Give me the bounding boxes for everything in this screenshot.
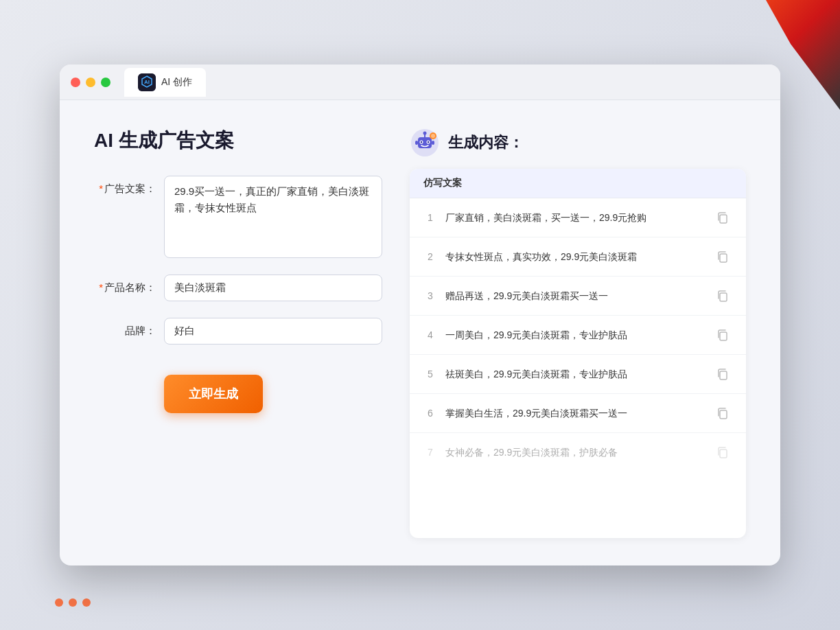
browser-window: AI AI 创作 AI 生成广告文案 *广告文案： 29.9买一送一，真正的厂家… — [60, 65, 780, 565]
brand-row: 品牌： — [94, 318, 382, 345]
svg-rect-12 — [432, 141, 434, 145]
content-area: AI 生成广告文案 *广告文案： 29.9买一送一，真正的厂家直销，美白淡斑霜，… — [60, 100, 780, 565]
result-item: 3赠品再送，29.9元美白淡斑霜买一送一 — [410, 277, 746, 316]
ad-copy-required: * — [99, 183, 103, 194]
maximize-button[interactable] — [101, 78, 110, 87]
copy-button[interactable] — [713, 364, 732, 384]
svg-rect-19 — [720, 371, 727, 380]
brand-input[interactable] — [164, 318, 382, 345]
ad-copy-input[interactable]: 29.9买一送一，真正的厂家直销，美白淡斑霜，专抹女性斑点 — [164, 176, 382, 258]
result-number: 7 — [423, 447, 437, 458]
svg-point-9 — [421, 141, 422, 143]
result-text: 专抹女性斑点，真实功效，29.9元美白淡斑霜 — [445, 250, 705, 264]
copy-button[interactable] — [713, 443, 732, 462]
deco-dot-2 — [69, 598, 77, 607]
svg-rect-17 — [720, 293, 727, 301]
svg-text:AI: AI — [144, 79, 150, 85]
copy-button[interactable] — [713, 208, 732, 227]
svg-rect-15 — [720, 215, 727, 223]
result-number: 4 — [423, 329, 437, 340]
svg-point-10 — [428, 141, 429, 143]
ad-copy-label: *广告文案： — [94, 176, 156, 196]
result-item: 4一周美白，29.9元美白淡斑霜，专业护肤品 — [410, 316, 746, 355]
svg-rect-21 — [720, 450, 727, 458]
result-number: 2 — [423, 251, 437, 262]
result-text: 女神必备，29.9元美白淡斑霜，护肤必备 — [445, 445, 705, 460]
result-header: 生成内容： — [410, 128, 746, 158]
close-button[interactable] — [71, 78, 80, 87]
result-number: 1 — [423, 212, 437, 223]
copy-button[interactable] — [713, 286, 732, 305]
results-container: 仿写文案 1厂家直销，美白淡斑霜，买一送一，29.9元抢购 2专抹女性斑点，真实… — [410, 169, 746, 538]
ad-copy-row: *广告文案： 29.9买一送一，真正的厂家直销，美白淡斑霜，专抹女性斑点 — [94, 176, 382, 258]
robot-icon — [410, 128, 440, 158]
title-bar: AI AI 创作 — [60, 65, 780, 100]
results-header-row: 仿写文案 — [410, 169, 746, 198]
result-text: 一周美白，29.9元美白淡斑霜，专业护肤品 — [445, 328, 705, 342]
result-text: 祛斑美白，29.9元美白淡斑霜，专业护肤品 — [445, 367, 705, 382]
deco-dot-3 — [82, 598, 91, 607]
result-number: 5 — [423, 369, 437, 380]
result-text: 赠品再送，29.9元美白淡斑霜买一送一 — [445, 289, 705, 303]
svg-rect-20 — [720, 410, 727, 419]
window-controls — [71, 78, 110, 87]
generate-button[interactable]: 立即生成 — [164, 375, 263, 413]
svg-rect-16 — [720, 254, 727, 262]
svg-point-6 — [423, 132, 427, 135]
page-title: AI 生成广告文案 — [94, 128, 382, 154]
brand-label: 品牌： — [94, 318, 156, 338]
result-text: 厂家直销，美白淡斑霜，买一送一，29.9元抢购 — [445, 211, 705, 225]
ai-tab[interactable]: AI AI 创作 — [124, 68, 206, 97]
deco-dot-1 — [55, 598, 63, 607]
left-panel: AI 生成广告文案 *广告文案： 29.9买一送一，真正的厂家直销，美白淡斑霜，… — [94, 128, 382, 538]
results-list: 1厂家直销，美白淡斑霜，买一送一，29.9元抢购 2专抹女性斑点，真实功效，29… — [410, 198, 746, 471]
svg-rect-18 — [720, 332, 727, 340]
svg-point-14 — [431, 134, 435, 138]
ai-tab-icon: AI — [138, 73, 156, 91]
result-item: 6掌握美白生活，29.9元美白淡斑霜买一送一 — [410, 394, 746, 433]
result-item: 5祛斑美白，29.9元美白淡斑霜，专业护肤品 — [410, 355, 746, 394]
result-number: 6 — [423, 408, 437, 419]
product-name-label: *产品名称： — [94, 275, 156, 294]
result-item: 1厂家直销，美白淡斑霜，买一送一，29.9元抢购 — [410, 198, 746, 237]
result-title: 生成内容： — [448, 132, 524, 153]
copy-button[interactable] — [713, 404, 732, 423]
minimize-button[interactable] — [86, 78, 95, 87]
product-name-input[interactable] — [164, 275, 382, 301]
tab-label: AI 创作 — [161, 76, 192, 89]
result-text: 掌握美白生活，29.9元美白淡斑霜买一送一 — [445, 406, 705, 421]
right-panel: 生成内容： 仿写文案 1厂家直销，美白淡斑霜，买一送一，29.9元抢购 2专抹女… — [410, 128, 746, 538]
result-number: 3 — [423, 290, 437, 301]
result-item: 2专抹女性斑点，真实功效，29.9元美白淡斑霜 — [410, 237, 746, 277]
product-name-row: *产品名称： — [94, 275, 382, 301]
result-item: 7女神必备，29.9元美白淡斑霜，护肤必备 — [410, 433, 746, 471]
copy-button[interactable] — [713, 247, 732, 266]
copy-button[interactable] — [713, 325, 732, 345]
product-required: * — [99, 281, 103, 293]
deco-bottom-left — [55, 575, 192, 630]
svg-rect-11 — [415, 141, 418, 145]
